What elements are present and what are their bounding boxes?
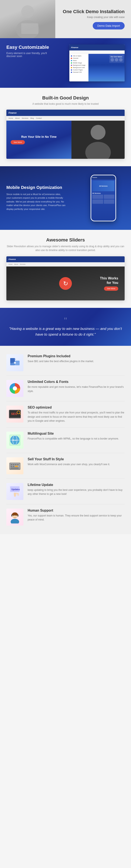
feature-desc-update: keep updating to bring you the best user… <box>28 488 125 496</box>
service-item-2 <box>104 195 115 199</box>
feature-desc-multilingual: FinancePlus is compatible with WPML, so … <box>28 437 119 441</box>
svg-point-0 <box>21 5 34 18</box>
feature-title-update: Lifetime Update <box>28 483 125 487</box>
feature-icon-update: Updates <box>6 483 23 500</box>
mobile-phone-area: Finance All Services All Services <box>82 175 125 221</box>
puzzle-icon <box>8 356 21 369</box>
easy-customizable-section: Easy Customizable Every element is user … <box>0 38 131 88</box>
feature-icon-colors <box>6 380 23 397</box>
easy-title: Easy Customizable <box>6 44 61 50</box>
feature-text-support: Human Support Yes, our support team is h… <box>28 508 125 522</box>
easy-mockup-area: Finance Site & Styles General News Mobil… <box>61 44 125 82</box>
feature-title-multilingual: Multilingual Site <box>28 432 119 435</box>
svg-text:A: A <box>12 439 14 441</box>
svg-rect-27 <box>17 464 19 465</box>
design-mockup-header: Finance <box>6 110 125 116</box>
nav-item: Home <box>8 264 12 265</box>
sliders-description: Slider Revolution allows you to manage s… <box>6 244 125 252</box>
sliders-title: Awesome Sliders <box>6 237 125 243</box>
svg-rect-26 <box>15 464 17 465</box>
mobile-section: Mobile Design Optimization Since mobile … <box>0 166 131 230</box>
feature-item-shop: Sell Your Stuff In Style Work with WooCo… <box>6 453 125 479</box>
nav-item: Blog <box>30 117 34 119</box>
svg-point-3 <box>90 125 105 140</box>
mobile-title: Mobile Design Optimization <box>6 185 82 190</box>
core-icon-2 <box>115 58 118 61</box>
feature-icon-plugins <box>6 354 23 371</box>
lifetime-update-icon: Updates <box>8 485 21 498</box>
hero-person-image <box>0 0 55 38</box>
slider-mockup-nav: Home About Services <box>6 262 125 267</box>
slider-mockup-header: Finance <box>6 256 125 262</box>
mobile-description: Since mobile is not just a Must for eCom… <box>6 192 66 211</box>
feature-item-support: Human Support Yes, our support team is h… <box>6 504 125 530</box>
slider-text-overlay: This Worksfor You See More <box>100 276 118 291</box>
core-icons-row <box>111 58 123 61</box>
design-brand: Finance <box>8 112 17 114</box>
quote-section: " "Having a website is a great way to wi… <box>0 308 131 346</box>
mockup-sidebar: Site & Styles General News Mobile Image … <box>69 54 88 82</box>
feature-title-colors: Unlimited Colors & Fonts <box>28 380 125 384</box>
service-item-4 <box>104 199 115 204</box>
sidebar-item: Custom Pages <box>70 69 87 71</box>
design-banner: Run Your Site In No Time See More <box>6 121 72 159</box>
phone-service-title: All Services <box>92 192 114 194</box>
core-values-box: Our Core Values <box>109 55 124 63</box>
svg-rect-37 <box>11 515 12 517</box>
feature-desc-seo: To attract the most traffic to your site… <box>28 411 125 423</box>
design-mockup-body: Run Your Site In No Time See More <box>6 121 125 159</box>
feature-title-support: Human Support <box>28 508 125 513</box>
feature-text-plugins: Premium Plugins Included Save $91 and ta… <box>28 354 94 363</box>
finance-mockup: Finance Site & Styles General News Mobil… <box>69 44 125 82</box>
nav-item: Services <box>20 264 26 265</box>
slider-refresh-icon: ↻ <box>59 277 72 290</box>
svg-point-4 <box>85 142 111 159</box>
feature-text-colors: Unlimited Colors & Fonts Be more reputab… <box>28 380 125 393</box>
feature-item-update: Updates Lifetime Update keep updating to… <box>6 479 125 504</box>
core-icon-3 <box>119 58 123 61</box>
translate-icon: A a <box>8 434 21 446</box>
design-banner-text: Run Your Site In No Time <box>10 135 67 138</box>
svg-rect-29 <box>13 466 15 467</box>
hero-subtitle: Keep creating your site with ease <box>63 16 125 19</box>
svg-text:Updates: Updates <box>11 488 20 491</box>
slider-mockup: Finance Home About Services ↻ This Works… <box>6 256 125 301</box>
nav-item: About <box>15 117 20 119</box>
design-see-more-btn[interactable]: See More <box>10 140 25 144</box>
svg-rect-2 <box>21 23 38 34</box>
nav-item: Contact <box>36 117 42 119</box>
feature-item-colors: Unlimited Colors & Fonts Be more reputab… <box>6 376 125 401</box>
design-subtitle: A website that looks good is much more l… <box>6 102 125 105</box>
feature-title-seo: SEO optimized <box>28 406 125 409</box>
mockup-nav-bar <box>69 51 125 54</box>
feature-text-multilingual: Multilingual Site FinancePlus is compati… <box>28 432 119 441</box>
svg-rect-24 <box>10 464 12 465</box>
nav-item: About <box>14 264 18 265</box>
phone-mockup: Finance All Services All Services <box>90 175 116 221</box>
demo-import-button[interactable]: Demo Data Import <box>93 22 125 29</box>
slider-mockup-body: ↻ This Worksfor You See More <box>6 267 125 301</box>
mockup-main-area: Our Core Values <box>88 54 125 82</box>
mockup-brand: Finance <box>71 46 78 49</box>
hero-title: One Click Demo Installation <box>63 9 125 14</box>
core-values-title: Our Core Values <box>111 56 123 58</box>
phone-service-items <box>92 195 114 204</box>
feature-text-shop: Sell Your Stuff In Style Work with WooCo… <box>28 457 110 466</box>
quote-marks: " <box>64 316 67 325</box>
core-icon-1 <box>111 58 114 61</box>
phone-body: All Services All Services <box>91 180 115 221</box>
human-support-icon <box>8 511 21 524</box>
sidebar-item: Background Image <box>70 64 87 66</box>
feature-icon-seo: SEO <box>6 406 23 423</box>
phone-brand: Finance <box>92 177 97 178</box>
nav-item: Services <box>22 117 28 119</box>
nav-item: Home <box>8 117 13 119</box>
slider-brand: Finance <box>8 258 16 260</box>
hero-section: One Click Demo Installation Keep creatin… <box>0 0 131 38</box>
design-person <box>72 121 125 159</box>
feature-desc-plugins: Save $91 and take the best effective plu… <box>28 360 94 363</box>
slider-see-more-btn[interactable]: See More <box>104 286 118 291</box>
feature-desc-support: Yes, our support team is human. They ens… <box>28 514 125 522</box>
svg-rect-25 <box>13 464 15 465</box>
sidebar-item: Background Color <box>70 66 87 69</box>
